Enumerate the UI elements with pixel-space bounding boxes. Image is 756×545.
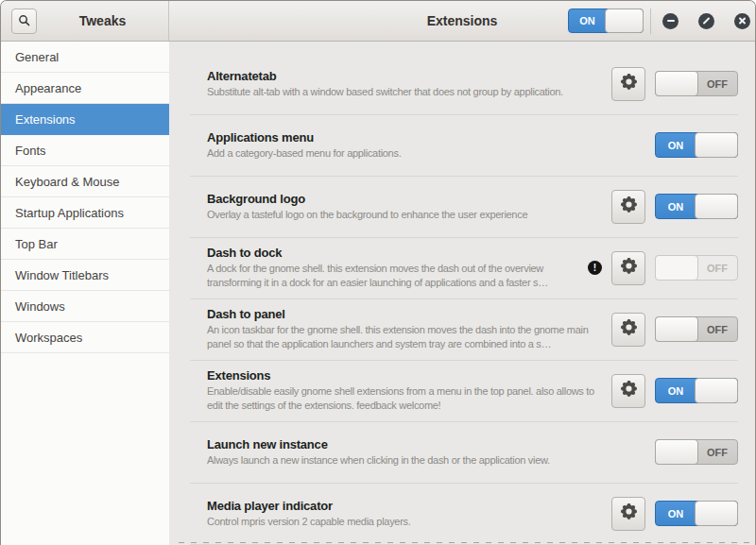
- sidebar-item-label: Workspaces: [15, 331, 82, 345]
- extension-controls: ON: [611, 190, 738, 224]
- sidebar-item-top-bar[interactable]: Top Bar: [1, 229, 169, 260]
- extension-controls: OFF: [655, 439, 738, 465]
- extension-row: Launch new instanceAlways launch a new i…: [190, 421, 738, 483]
- extension-description: Enable/disable easily gnome shell extens…: [207, 384, 600, 413]
- toggle-handle: [655, 439, 698, 465]
- extension-toggle[interactable]: OFF: [655, 71, 738, 96]
- sidebar-item-label: Startup Applications: [15, 206, 124, 220]
- extension-name: Media player indicator: [207, 499, 600, 513]
- sidebar: GeneralAppearanceExtensionsFontsKeyboard…: [1, 42, 169, 545]
- extension-toggle[interactable]: OFF: [655, 439, 738, 465]
- extension-row: AlternatetabSubstitute alt-tab with a wi…: [190, 53, 738, 114]
- toggle-handle: [695, 501, 738, 526]
- sidebar-item-label: Windows: [15, 299, 65, 314]
- toggle-state-label: ON: [569, 9, 606, 32]
- sidebar-item-workspaces[interactable]: Workspaces: [1, 322, 169, 353]
- toggle-handle: [655, 316, 698, 342]
- extension-text: Dash to dockA dock for the gnome shell. …: [207, 246, 576, 290]
- toggle-handle: [695, 378, 738, 403]
- toggle-handle: [695, 132, 738, 158]
- extension-name: Applications menu: [207, 130, 644, 145]
- extension-controls: !OFF: [588, 251, 738, 285]
- close-button[interactable]: [734, 13, 750, 29]
- extension-description: A dock for the gnome shell. this extensi…: [207, 262, 576, 290]
- extension-settings-button[interactable]: [611, 313, 645, 347]
- extension-settings-button[interactable]: [611, 190, 645, 224]
- gear-icon: [621, 74, 637, 94]
- extension-text: Media player indicatorControl mpris vers…: [207, 499, 600, 529]
- extension-text: Launch new instanceAlways launch a new i…: [207, 437, 644, 468]
- extension-name: Launch new instance: [207, 437, 644, 451]
- extension-description: Add a category-based menu for applicatio…: [207, 146, 644, 161]
- extension-row: Background logoOverlay a tasteful logo o…: [190, 176, 738, 237]
- extension-text: Dash to panelAn icon taskbar for the gno…: [207, 307, 600, 351]
- sidebar-item-label: Top Bar: [15, 237, 58, 251]
- extension-toggle: OFF: [655, 255, 738, 281]
- sidebar-item-appearance[interactable]: Appearance: [1, 73, 169, 104]
- extension-settings-button[interactable]: [611, 251, 645, 285]
- extension-toggle[interactable]: ON: [655, 501, 738, 526]
- sidebar-item-label: General: [15, 50, 59, 64]
- extension-toggle[interactable]: OFF: [655, 316, 738, 342]
- sidebar-item-label: Window Titlebars: [15, 268, 109, 282]
- extension-text: Applications menuAdd a category-based me…: [207, 130, 644, 161]
- error-info-icon[interactable]: !: [588, 261, 602, 275]
- toggle-state-label: OFF: [697, 317, 737, 341]
- extensions-master-toggle[interactable]: ON: [568, 9, 644, 33]
- toggle-handle: [605, 9, 644, 33]
- sidebar-item-label: Appearance: [15, 81, 81, 95]
- tweaks-window: Tweaks Extensions ON GeneralAppearanceEx…: [0, 0, 756, 545]
- toggle-state-label: OFF: [697, 72, 737, 95]
- sidebar-item-window-titlebars[interactable]: Window Titlebars: [1, 260, 169, 291]
- toggle-handle: [655, 255, 698, 281]
- scroll-undershoot-indicator: [179, 542, 755, 543]
- extension-row: Dash to dockA dock for the gnome shell. …: [190, 237, 738, 298]
- extension-description: Overlay a tasteful logo on the backgroun…: [207, 208, 600, 222]
- extension-settings-button[interactable]: [611, 374, 645, 408]
- extension-description: Control mpris version 2 capable media pl…: [207, 515, 600, 529]
- extension-description: An icon taskbar for the gnome shell. thi…: [207, 323, 600, 351]
- extension-description: Substitute alt-tab with a window based s…: [207, 85, 600, 99]
- search-button[interactable]: [11, 9, 37, 34]
- extension-settings-button[interactable]: [611, 67, 645, 101]
- extension-settings-button[interactable]: [611, 497, 645, 531]
- sidebar-item-keyboard-mouse[interactable]: Keyboard & Mouse: [1, 166, 169, 197]
- window-body: GeneralAppearanceExtensionsFontsKeyboard…: [1, 42, 755, 545]
- extension-row: Dash to panelAn icon taskbar for the gno…: [190, 298, 738, 360]
- extension-name: Dash to panel: [207, 307, 600, 321]
- sidebar-item-label: Extensions: [15, 112, 76, 127]
- extension-controls: ON: [611, 497, 738, 531]
- app-title: Tweaks: [37, 1, 168, 41]
- extension-toggle[interactable]: ON: [655, 194, 738, 219]
- extension-name: Dash to dock: [207, 246, 576, 260]
- extension-controls: OFF: [611, 67, 738, 101]
- sidebar-item-extensions[interactable]: Extensions: [1, 104, 169, 135]
- extension-controls: ON: [611, 374, 738, 408]
- sidebar-item-general[interactable]: General: [1, 42, 169, 73]
- toggle-state-label: ON: [656, 133, 696, 157]
- sidebar-item-startup-applications[interactable]: Startup Applications: [1, 197, 169, 229]
- extension-toggle[interactable]: ON: [655, 378, 738, 403]
- sidebar-item-windows[interactable]: Windows: [1, 291, 169, 322]
- gear-icon: [621, 258, 637, 278]
- toggle-state-label: ON: [656, 379, 696, 402]
- extension-text: ExtensionsEnable/disable easily gnome sh…: [207, 368, 600, 413]
- sidebar-item-fonts[interactable]: Fonts: [1, 135, 169, 166]
- extension-name: Alternatetab: [207, 69, 600, 83]
- header-separator: [650, 9, 651, 34]
- minimize-button[interactable]: [662, 13, 679, 29]
- unmaximize-icon: [703, 17, 711, 25]
- toggle-handle: [695, 194, 738, 219]
- extension-controls: OFF: [611, 313, 738, 347]
- header-left: Tweaks: [1, 1, 169, 41]
- extension-row: Applications menuAdd a category-based me…: [190, 114, 738, 176]
- unmaximize-button[interactable]: [698, 13, 714, 29]
- extension-name: Background logo: [207, 192, 600, 206]
- window-controls: [662, 1, 750, 41]
- extension-controls: ON: [655, 132, 738, 158]
- sidebar-item-label: Keyboard & Mouse: [15, 175, 120, 189]
- gear-icon: [621, 381, 637, 400]
- extension-list: AlternatetabSubstitute alt-tab with a wi…: [190, 53, 738, 545]
- toggle-state-label: ON: [656, 502, 696, 525]
- extension-toggle[interactable]: ON: [655, 132, 738, 158]
